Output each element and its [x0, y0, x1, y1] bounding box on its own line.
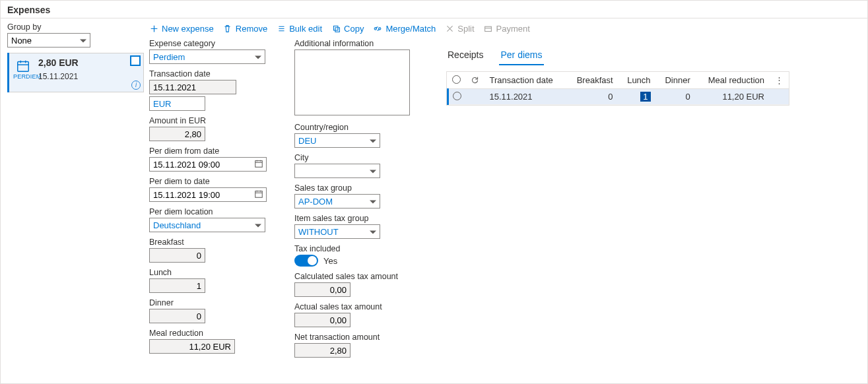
country-select[interactable]: DEU	[294, 133, 380, 148]
tax-included-text: Yes	[323, 256, 337, 266]
card-amount: 2,80 EUR	[38, 57, 138, 68]
net-amount-label: Net transaction amount	[294, 333, 420, 342]
to-date-label: Per diem to date	[149, 177, 275, 186]
copy-icon	[331, 24, 341, 34]
new-expense-button[interactable]: New expense	[149, 24, 214, 34]
remove-button[interactable]: Remove	[223, 24, 267, 34]
svg-point-6	[375, 28, 377, 30]
col-dinner[interactable]: Dinner	[656, 72, 696, 89]
group-by-label: Group by	[7, 22, 144, 32]
currency-input[interactable]	[149, 96, 205, 111]
net-amount-input[interactable]	[294, 343, 351, 358]
card-icon-label: PERDIEM	[13, 73, 33, 80]
dinner-input[interactable]	[149, 309, 205, 323]
expense-category-select[interactable]: Perdiem	[149, 49, 265, 64]
item-sales-tax-group-select[interactable]: WITHOUT	[294, 224, 380, 239]
tab-receipts[interactable]: Receipts	[446, 47, 484, 65]
additional-info-label: Additional information	[294, 39, 420, 48]
expense-card[interactable]: PERDIEM 2,80 EUR 15.11.2021 i	[7, 53, 144, 92]
cell-breakfast[interactable]: 0	[566, 89, 618, 105]
location-label: Per diem location	[149, 207, 275, 216]
lunch-label: Lunch	[149, 268, 275, 277]
amount-label: Amount in EUR	[149, 116, 275, 125]
amount-input[interactable]	[149, 127, 205, 141]
meal-reduction-label: Meal reduction	[149, 329, 275, 338]
from-date-label: Per diem from date	[149, 146, 275, 156]
cell-meal-reduction: 11,20 EUR	[696, 89, 770, 105]
cell-dinner[interactable]: 0	[656, 89, 696, 105]
city-select[interactable]	[294, 164, 380, 178]
split-icon	[445, 24, 454, 34]
more-columns-button[interactable]: ⋮	[770, 72, 789, 89]
cell-lunch[interactable]: 1	[618, 89, 656, 105]
plus-icon	[149, 24, 158, 34]
dinner-label: Dinner	[149, 298, 275, 307]
svg-rect-5	[335, 28, 339, 32]
transaction-date-input[interactable]	[149, 80, 236, 94]
sales-tax-group-select[interactable]: AP-DOM	[294, 194, 380, 208]
list-icon	[277, 24, 286, 34]
expense-category-label: Expense category	[149, 39, 275, 48]
col-meal-reduction[interactable]: Meal reduction	[696, 72, 770, 89]
tab-per-diems[interactable]: Per diems	[499, 47, 543, 65]
select-all-radio[interactable]	[452, 75, 461, 84]
svg-rect-4	[333, 26, 338, 30]
per-diems-grid: Transaction date Breakfast Lunch Dinner …	[446, 71, 789, 106]
breakfast-input[interactable]	[149, 248, 205, 263]
col-breakfast[interactable]: Breakfast	[566, 72, 618, 89]
bulk-edit-button[interactable]: Bulk edit	[277, 24, 322, 34]
trash-icon	[223, 24, 232, 34]
col-lunch[interactable]: Lunch	[618, 72, 656, 89]
group-by-select[interactable]: None	[7, 33, 90, 48]
city-label: City	[294, 153, 420, 162]
tax-included-toggle[interactable]	[294, 255, 318, 267]
location-select[interactable]: Deutschland	[149, 218, 265, 232]
info-icon[interactable]: i	[131, 80, 141, 90]
card-checkbox[interactable]	[130, 55, 141, 66]
transaction-date-label: Transaction date	[149, 69, 275, 79]
actual-tax-label: Actual sales tax amount	[294, 302, 420, 311]
country-label: Country/region	[294, 123, 420, 132]
from-date-input[interactable]	[149, 157, 267, 172]
svg-rect-8	[485, 26, 492, 31]
calc-tax-label: Calculated sales tax amount	[294, 272, 420, 281]
table-row[interactable]: 15.11.2021 0 1 0 11,20 EUR	[448, 89, 789, 105]
sales-tax-group-label: Sales tax group	[294, 183, 420, 193]
refresh-button[interactable]	[465, 72, 484, 89]
card-date: 15.11.2021	[38, 72, 138, 81]
link-icon	[373, 24, 382, 34]
svg-rect-0	[18, 62, 29, 72]
tax-included-label: Tax included	[294, 244, 420, 253]
payment-icon	[484, 24, 493, 34]
col-transaction-date[interactable]: Transaction date	[484, 72, 567, 89]
copy-button[interactable]: Copy	[331, 24, 364, 34]
payment-button: Payment	[484, 24, 530, 34]
svg-point-7	[379, 28, 381, 30]
row-select-radio[interactable]	[453, 92, 461, 100]
breakfast-label: Breakfast	[149, 238, 275, 247]
calc-tax-input[interactable]	[294, 282, 351, 297]
calendar-icon	[16, 59, 30, 73]
merge-match-button[interactable]: Merge/Match	[373, 24, 436, 34]
additional-info-input[interactable]	[294, 49, 410, 115]
split-button: Split	[445, 24, 474, 34]
page-title: Expenses	[1, 1, 867, 18]
item-sales-tax-group-label: Item sales tax group	[294, 214, 420, 223]
to-date-input[interactable]	[149, 187, 267, 202]
cell-date: 15.11.2021	[484, 89, 567, 105]
actual-tax-input[interactable]	[294, 313, 351, 327]
lunch-input[interactable]	[149, 278, 205, 293]
meal-reduction-input[interactable]	[149, 339, 235, 354]
